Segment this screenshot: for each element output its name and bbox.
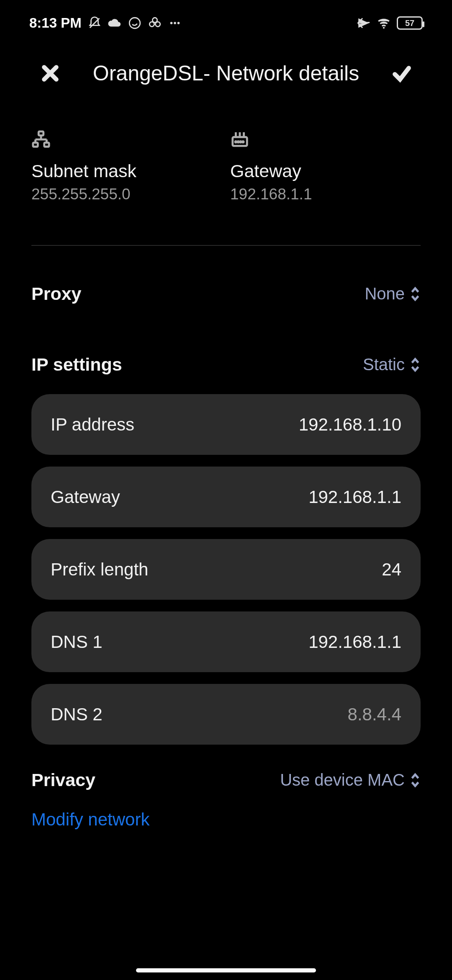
dns2-label: DNS 2 (51, 704, 103, 725)
dns1-label: DNS 1 (51, 632, 103, 652)
proxy-label: Proxy (31, 284, 82, 304)
svg-point-25 (242, 141, 244, 142)
gateway-label: Gateway (230, 161, 421, 181)
svg-point-23 (238, 141, 239, 142)
content-area: Subnet mask 255.255.255.0 Gateway 192.16… (0, 101, 452, 830)
status-right: 57 (357, 16, 423, 30)
battery-icon: 57 (397, 16, 423, 30)
gateway-field[interactable]: Gateway 192.168.1.1 (31, 467, 421, 527)
status-time: 8:13 PM (29, 15, 82, 31)
gateway-field-value: 192.168.1.1 (308, 487, 401, 507)
dns1-field[interactable]: DNS 1 192.168.1.1 (31, 611, 421, 672)
status-left: 8:13 PM (29, 15, 182, 31)
ip-address-value: 192.168.1.10 (299, 415, 401, 435)
gateway-value: 192.168.1.1 (230, 186, 421, 203)
gateway-field-label: Gateway (51, 487, 120, 507)
modify-network-link[interactable]: Modify network (31, 810, 149, 830)
dns1-value: 192.168.1.1 (308, 632, 401, 652)
svg-point-1 (129, 18, 140, 28)
privacy-label: Privacy (31, 770, 95, 790)
svg-point-6 (174, 22, 176, 24)
svg-point-22 (235, 141, 236, 142)
subnet-mask-card: Subnet mask 255.255.255.0 (31, 130, 222, 203)
header-bar: OrangeDSL- Network details (0, 46, 452, 101)
gateway-card: Gateway 192.168.1.1 (230, 130, 421, 203)
ip-settings-value: Static (363, 355, 405, 374)
page-title: OrangeDSL- Network details (93, 61, 359, 85)
proxy-row[interactable]: Proxy None (31, 260, 421, 312)
bell-mute-icon (87, 16, 102, 30)
status-bar: 8:13 PM 57 (0, 0, 452, 46)
svg-point-4 (152, 18, 157, 22)
prefix-length-field[interactable]: Prefix length 24 (31, 539, 421, 600)
section-divider (31, 245, 421, 246)
ip-field-list: IP address 192.168.1.10 Gateway 192.168.… (31, 394, 421, 745)
chevron-updown-icon (410, 772, 421, 789)
cloud-icon (108, 16, 122, 30)
svg-point-7 (177, 22, 180, 24)
close-button[interactable] (38, 61, 63, 86)
subnet-icon (31, 130, 51, 149)
proxy-value: None (365, 284, 405, 303)
gateway-icon (230, 130, 249, 149)
subnet-mask-label: Subnet mask (31, 161, 222, 181)
subnet-mask-value: 255.255.255.0 (31, 186, 222, 203)
prefix-length-value: 24 (382, 560, 401, 580)
battery-level: 57 (405, 18, 414, 28)
svg-rect-16 (33, 143, 38, 147)
sync-icon (148, 16, 162, 30)
privacy-row[interactable]: Privacy Use device MAC (31, 765, 421, 795)
ip-settings-row[interactable]: IP settings Static (31, 331, 421, 383)
svg-rect-17 (44, 143, 49, 147)
svg-point-8 (383, 27, 385, 28)
home-indicator[interactable] (136, 968, 316, 972)
confirm-button[interactable] (389, 61, 414, 86)
info-grid: Subnet mask 255.255.255.0 Gateway 192.16… (31, 130, 421, 203)
ip-settings-label: IP settings (31, 354, 122, 375)
svg-point-5 (170, 22, 172, 24)
dns2-field[interactable]: DNS 2 8.8.4.4 (31, 684, 421, 745)
more-dots-icon (168, 16, 182, 30)
dns2-placeholder: 8.8.4.4 (348, 704, 401, 725)
airplane-mode-icon (357, 16, 371, 30)
svg-rect-11 (39, 132, 44, 136)
ip-address-label: IP address (51, 415, 134, 435)
chevron-updown-icon (410, 286, 421, 302)
chevron-updown-icon (410, 356, 421, 373)
privacy-value: Use device MAC (280, 771, 405, 789)
wifi-icon (377, 16, 391, 30)
whatsapp-icon (128, 16, 142, 30)
svg-point-24 (240, 141, 241, 142)
ip-address-field[interactable]: IP address 192.168.1.10 (31, 394, 421, 455)
prefix-length-label: Prefix length (51, 560, 148, 580)
